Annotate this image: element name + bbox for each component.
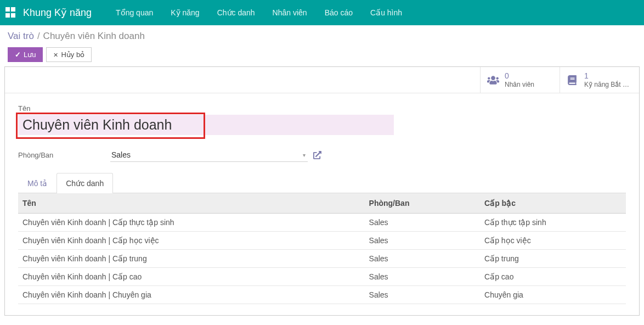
book-icon	[567, 75, 579, 85]
stat-employees-value: 0	[505, 71, 534, 81]
cell-name: Chuyên viên Kinh doanh | Cấp thực tập si…	[18, 214, 365, 232]
save-button[interactable]: Lưu	[8, 47, 43, 62]
main-navbar: Khung Kỹ năng Tổng quan Kỹ năng Chức dan…	[0, 0, 644, 25]
cell-dept: Sales	[365, 250, 481, 268]
stat-skills[interactable]: 1 Kỹ năng Bắt …	[560, 67, 639, 93]
navbar-menu: Tổng quan Kỹ năng Chức danh Nhân viên Bá…	[107, 2, 411, 24]
cell-dept: Sales	[365, 286, 481, 304]
name-label: Tên	[18, 104, 626, 113]
jobtitle-table: Tên Phòng/Ban Cấp bậc Chuyên viên Kinh d…	[18, 193, 626, 304]
th-department[interactable]: Phòng/Ban	[365, 193, 481, 214]
users-icon	[487, 75, 499, 85]
cell-level: Cấp học việc	[480, 232, 626, 250]
cell-level: Cấp cao	[480, 268, 626, 286]
department-label: Phòng/Ban	[18, 151, 110, 159]
cell-name: Chuyên viên Kinh doanh | Cấp cao	[18, 268, 365, 286]
table-row[interactable]: Chuyên viên Kinh doanh | Chuyên gia Sale…	[18, 286, 626, 304]
stat-skills-label: Kỹ năng Bắt …	[584, 81, 629, 88]
discard-button[interactable]: Hủy bỏ	[46, 47, 92, 62]
nav-jobtitle[interactable]: Chức danh	[208, 2, 264, 24]
breadcrumb-root[interactable]: Vai trò	[8, 31, 34, 42]
save-button-label: Lưu	[24, 51, 36, 59]
control-panel: Vai trò / Chuyên viên Kinh doanh Lưu Hủy…	[0, 25, 644, 66]
cell-level: Cấp thực tập sinh	[480, 214, 626, 232]
nav-skills[interactable]: Kỹ năng	[162, 2, 208, 24]
cell-level: Chuyên gia	[480, 286, 626, 304]
stat-button-row: 0 Nhân viên 1 Kỹ năng Bắt …	[5, 67, 639, 93]
cell-name: Chuyên viên Kinh doanh | Chuyên gia	[18, 286, 365, 304]
external-link-icon[interactable]	[313, 151, 321, 159]
stat-employees-label: Nhân viên	[505, 81, 534, 88]
table-row[interactable]: Chuyên viên Kinh doanh | Cấp cao Sales C…	[18, 268, 626, 286]
cell-dept: Sales	[365, 268, 481, 286]
form-sheet: 0 Nhân viên 1 Kỹ năng Bắt … Tên	[4, 66, 640, 316]
control-buttons: Lưu Hủy bỏ	[8, 47, 636, 62]
breadcrumb-separator: /	[37, 31, 40, 42]
stat-employees[interactable]: 0 Nhân viên	[480, 67, 560, 93]
cell-dept: Sales	[365, 232, 481, 250]
nav-report[interactable]: Báo cáo	[316, 2, 361, 24]
cell-dept: Sales	[365, 214, 481, 232]
name-input[interactable]	[18, 115, 394, 135]
check-icon	[15, 51, 21, 59]
discard-button-label: Hủy bỏ	[61, 51, 84, 59]
table-row[interactable]: Chuyên viên Kinh doanh | Cấp trung Sales…	[18, 250, 626, 268]
tab-description[interactable]: Mô tả	[18, 173, 57, 193]
table-row[interactable]: Chuyên viên Kinh doanh | Cấp học việc Sa…	[18, 232, 626, 250]
th-name[interactable]: Tên	[18, 193, 365, 214]
breadcrumb: Vai trò / Chuyên viên Kinh doanh	[8, 31, 636, 42]
department-input[interactable]	[110, 148, 308, 162]
cell-level: Cấp trung	[480, 250, 626, 268]
nav-config[interactable]: Cấu hình	[361, 2, 411, 24]
stat-skills-value: 1	[584, 71, 629, 81]
cell-name: Chuyên viên Kinh doanh | Cấp trung	[18, 250, 365, 268]
table-row[interactable]: Chuyên viên Kinh doanh | Cấp thực tập si…	[18, 214, 626, 232]
nav-employee[interactable]: Nhân viên	[264, 2, 316, 24]
tab-jobtitle[interactable]: Chức danh	[57, 173, 113, 193]
cell-name: Chuyên viên Kinh doanh | Cấp học việc	[18, 232, 365, 250]
tabs: Mô tả Chức danh	[18, 173, 626, 193]
app-brand[interactable]: Khung Kỹ năng	[23, 7, 92, 19]
nav-overview[interactable]: Tổng quan	[107, 2, 162, 24]
breadcrumb-current: Chuyên viên Kinh doanh	[43, 31, 145, 42]
th-level[interactable]: Cấp bậc	[480, 193, 626, 214]
apps-menu-icon[interactable]	[4, 6, 18, 19]
cross-icon	[53, 51, 58, 59]
